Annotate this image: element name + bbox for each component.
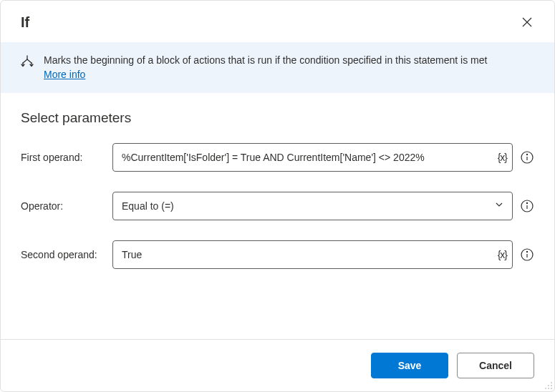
dialog-header: If (1, 1, 554, 42)
cancel-button[interactable]: Cancel (457, 353, 534, 378)
variable-picker-button[interactable]: {x} (498, 249, 507, 260)
second-operand-input-wrap: {x} (112, 240, 513, 269)
first-operand-label: First operand: (21, 152, 105, 163)
banner-text: Marks the beginning of a block of action… (44, 54, 487, 82)
banner-description: Marks the beginning of a block of action… (44, 54, 487, 66)
operator-label: Operator: (21, 200, 105, 212)
condition-branch-icon (21, 55, 34, 72)
svg-point-13 (526, 252, 527, 253)
first-operand-input[interactable] (112, 143, 513, 172)
second-operand-input[interactable] (112, 240, 513, 269)
variable-picker-button[interactable]: {x} (498, 152, 507, 163)
second-operand-label: Second operand: (21, 249, 105, 260)
svg-point-7 (526, 155, 527, 155)
first-operand-info-icon[interactable] (520, 150, 534, 165)
more-info-link[interactable]: More info (44, 69, 85, 80)
second-operand-info-icon[interactable] (520, 248, 534, 262)
dialog-title: If (21, 14, 29, 31)
operator-input-wrap: Equal to (=) (112, 192, 513, 220)
second-operand-row: Second operand: {x} (21, 240, 534, 269)
operator-selected-value: Equal to (=) (122, 200, 174, 212)
info-banner: Marks the beginning of a block of action… (1, 42, 554, 93)
dialog-footer: Save Cancel (1, 339, 554, 391)
close-icon (522, 17, 532, 27)
if-action-dialog: If Marks the beginning of a block of act… (0, 0, 555, 392)
dialog-content: Select parameters First operand: {x} Ope… (1, 93, 554, 339)
first-operand-row: First operand: {x} (21, 143, 534, 172)
operator-info-icon[interactable] (520, 199, 534, 213)
close-button[interactable] (516, 11, 539, 34)
operator-select[interactable]: Equal to (=) (112, 192, 513, 220)
section-title: Select parameters (21, 110, 534, 126)
operator-row: Operator: Equal to (=) (21, 192, 534, 220)
save-button[interactable]: Save (371, 353, 448, 378)
svg-point-10 (526, 203, 527, 204)
first-operand-input-wrap: {x} (112, 143, 513, 172)
